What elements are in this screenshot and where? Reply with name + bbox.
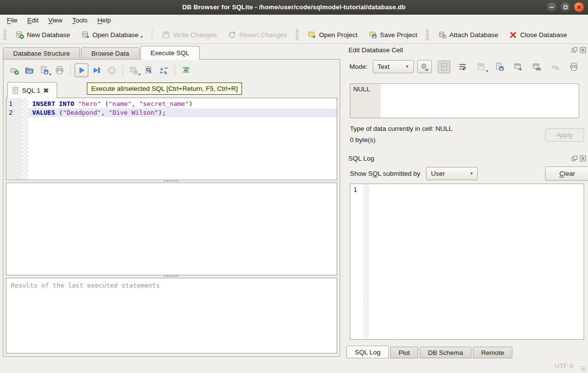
cell-mode-row: Mode: Text ▼	[349, 60, 584, 74]
open-database-dropdown-icon[interactable]: ▾	[141, 35, 142, 39]
print-sql-button[interactable]	[53, 63, 66, 77]
find-replace-button[interactable]: a b	[157, 63, 171, 77]
new-sql-tab-icon	[9, 65, 19, 75]
attach-database-button[interactable]: Attach Database	[434, 28, 502, 41]
mode-combobox[interactable]: Text ▼	[373, 60, 414, 73]
tab-db-schema[interactable]: DB Schema	[420, 347, 471, 358]
menu-file[interactable]: File	[2, 16, 22, 25]
word-wrap-button[interactable]	[456, 61, 469, 73]
find-button[interactable]	[142, 63, 156, 77]
close-icon: ✕	[576, 4, 581, 10]
word-wrap-icon	[458, 62, 467, 72]
print-cell-button[interactable]	[568, 61, 580, 73]
sql-log-filter-row: Show SQL submitted by User ▼ Clear	[350, 166, 584, 181]
submitter-value: User	[431, 170, 445, 177]
mode-value: Text	[378, 63, 390, 70]
print-icon	[569, 62, 579, 72]
save-sql-file-icon	[40, 65, 49, 75]
stop-button[interactable]	[105, 63, 119, 77]
float-icon[interactable]	[571, 47, 578, 53]
import-data-button[interactable]: ▾	[475, 61, 487, 73]
apply-auto-button[interactable]	[417, 60, 432, 73]
tab-database-structure[interactable]: Database Structure	[3, 47, 80, 60]
apply-button[interactable]: Apply	[545, 128, 584, 142]
sql-log-view[interactable]: 1	[350, 184, 584, 340]
save-results-button[interactable]: ▾	[127, 63, 141, 77]
execute-line-button[interactable]	[90, 63, 103, 77]
import-dropdown-icon: ▾	[486, 69, 488, 73]
sql-editor-fold-margin	[22, 98, 28, 180]
open-external-button[interactable]	[512, 61, 525, 73]
save-project-label: Save Project	[380, 31, 418, 39]
dock-close-icon[interactable]	[580, 155, 586, 162]
apply-auto-icon	[420, 62, 429, 72]
find-icon	[144, 65, 154, 75]
menu-tools[interactable]: Tools	[67, 16, 93, 25]
sql-editor-lines[interactable]: INSERT INTO "hero" ("name", "secret_name…	[28, 98, 337, 180]
close-database-icon	[509, 31, 517, 39]
menu-edit[interactable]: Edit	[22, 16, 43, 25]
minimize-button[interactable]	[547, 2, 557, 12]
find-replace-icon: a b	[159, 65, 169, 75]
sql-toolbar-separator	[122, 65, 123, 75]
cell-size-info: 0 byte(s)	[350, 136, 376, 144]
copy-link-button[interactable]	[530, 61, 543, 73]
new-database-button[interactable]: New Database	[12, 28, 74, 41]
revert-changes-label: Revert Changes	[239, 31, 287, 39]
dock-tab-bar: SQL Log Plot DB Schema Remote	[346, 346, 514, 358]
filter-label: Show SQL submitted by	[350, 170, 420, 177]
save-results-dropdown-icon[interactable]: ▾	[139, 72, 141, 77]
print-icon	[55, 65, 64, 75]
submitter-combobox[interactable]: User ▼	[426, 167, 478, 180]
close-button[interactable]: ✕	[574, 2, 584, 12]
sql-toolbar-separator	[175, 65, 175, 75]
minimize-icon	[549, 7, 554, 8]
text-mode-button[interactable]	[438, 61, 450, 73]
open-database-label: Open Database	[93, 31, 139, 39]
set-null-button[interactable]	[549, 61, 562, 73]
open-project-button[interactable]: Open Project	[304, 28, 361, 41]
execute-sql-panel: ▾	[3, 59, 340, 357]
menu-view[interactable]: View	[43, 16, 67, 25]
execute-all-button[interactable]	[75, 63, 88, 77]
float-icon[interactable]	[571, 155, 578, 162]
save-sql-file-button[interactable]: ▾	[38, 63, 51, 77]
chevron-down-icon: ▼	[466, 171, 477, 176]
execute-tooltip-text: Execute all/selected SQL [Ctrl+Return, F…	[91, 85, 238, 92]
results-placeholder: Results of the last executed statements	[11, 282, 160, 289]
open-database-button[interactable]: Open Database ▾	[78, 28, 146, 41]
tab-sql-log[interactable]: SQL Log	[346, 346, 389, 358]
export-data-button[interactable]	[493, 61, 506, 73]
encoding-indicator[interactable]: UTF-8	[555, 362, 573, 370]
sql-tab-label: SQL 1	[22, 87, 41, 94]
save-sql-dropdown-icon[interactable]: ▾	[49, 72, 51, 77]
toolbar-grip	[3, 29, 6, 41]
format-sql-button[interactable]	[179, 63, 193, 77]
cell-editor-box[interactable]: NULL	[350, 83, 579, 118]
attach-database-label: Attach Database	[449, 31, 498, 39]
sql-document-tab[interactable]: SQL 1 ✖	[7, 82, 57, 98]
clear-button[interactable]: Clear	[545, 166, 588, 181]
maximize-button[interactable]	[560, 2, 570, 12]
resize-grip-icon[interactable]	[581, 366, 587, 372]
tab-remote[interactable]: Remote	[473, 347, 512, 358]
close-database-button[interactable]: Close Database	[506, 29, 570, 41]
open-sql-file-button[interactable]	[22, 63, 36, 77]
sql-tab-close-icon[interactable]: ✖	[43, 87, 49, 94]
copy-link-icon	[532, 62, 542, 72]
save-project-button[interactable]: Save Project	[365, 28, 421, 41]
dock-close-icon[interactable]	[580, 47, 586, 53]
write-changes-button[interactable]: Write Changes	[158, 28, 220, 41]
maximize-icon	[564, 5, 568, 9]
sql-editor[interactable]: 12 INSERT INTO "hero" ("name", "secret_n…	[6, 98, 337, 180]
write-changes-icon	[162, 30, 170, 39]
new-sql-tab-button[interactable]	[7, 63, 21, 77]
menu-help[interactable]: Help	[93, 16, 116, 25]
tab-plot[interactable]: Plot	[390, 347, 418, 358]
new-database-icon	[15, 30, 24, 39]
set-null-icon	[550, 62, 560, 72]
revert-changes-button[interactable]: Revert Changes	[224, 28, 290, 41]
tab-browse-data[interactable]: Browse Data	[81, 47, 139, 60]
text-mode-icon	[439, 62, 449, 72]
tab-execute-sql[interactable]: Execute SQL	[141, 46, 200, 60]
